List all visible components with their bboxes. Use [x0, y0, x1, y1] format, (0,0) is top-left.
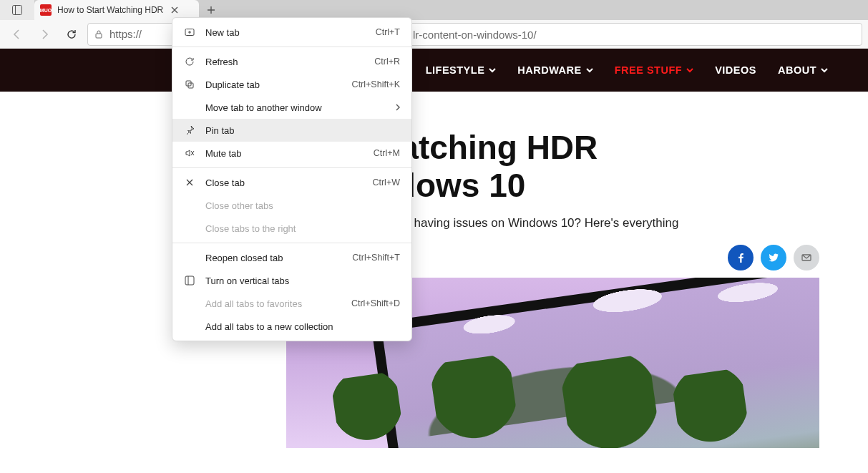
close-icon — [171, 6, 178, 14]
url-protocol: https:// — [109, 28, 142, 40]
ctx-mute-tab[interactable]: Mute tab Ctrl+M — [172, 142, 411, 165]
ctx-close-tabs-right: Close tabs to the right — [172, 217, 411, 240]
new-tab-icon — [185, 27, 195, 37]
refresh-icon — [66, 29, 77, 40]
ctx-duplicate[interactable]: Duplicate tab Ctrl+Shift+K — [172, 73, 411, 96]
ctx-shortcut: Ctrl+T — [376, 27, 400, 37]
svg-rect-0 — [13, 6, 22, 15]
article-body: Start Watching HDR on Windows 10 vies an… — [0, 92, 868, 448]
ctx-separator — [172, 167, 411, 168]
share-email-button[interactable] — [794, 245, 819, 270]
nav-item-lifestyle[interactable]: LIFESTYLE — [426, 64, 497, 76]
pin-icon — [185, 125, 195, 135]
share-twitter-button[interactable] — [761, 245, 786, 270]
nav-label: HARDWARE — [517, 64, 581, 76]
ctx-vertical-tabs[interactable]: Turn on vertical tabs — [172, 269, 411, 292]
back-button[interactable] — [6, 23, 29, 46]
tab-close-button[interactable] — [169, 4, 180, 16]
ctx-label: New tab — [205, 27, 366, 38]
duplicate-icon — [185, 79, 195, 89]
ctx-label: Turn on vertical tabs — [205, 275, 400, 286]
plus-icon — [207, 6, 215, 14]
nav-item-hardware[interactable]: HARDWARE — [517, 64, 593, 76]
nav-item-videos[interactable]: VIDEOS — [715, 64, 756, 76]
nav-label: FREE STUFF — [615, 64, 682, 76]
ctx-refresh[interactable]: Refresh Ctrl+R — [172, 50, 411, 73]
ctx-pin-tab[interactable]: Pin tab — [172, 119, 411, 142]
lock-icon — [94, 29, 104, 39]
ctx-separator — [172, 47, 411, 47]
ctx-reopen-closed-tab[interactable]: Reopen closed tab Ctrl+Shift+T — [172, 246, 411, 269]
refresh-button[interactable] — [60, 23, 83, 46]
ctx-label: Close other tabs — [205, 200, 400, 211]
arrow-left-icon — [11, 29, 23, 40]
vertical-tabs-icon — [185, 275, 195, 286]
ctx-close-tab[interactable]: Close tab Ctrl+W — [172, 171, 411, 194]
chevron-down-icon — [686, 67, 693, 74]
ctx-label: Mute tab — [205, 148, 364, 159]
ctx-add-all-collection[interactable]: Add all tabs to a new collection — [172, 315, 411, 338]
ctx-label: Add all tabs to a new collection — [205, 321, 400, 332]
nav-item-about[interactable]: ABOUT — [778, 64, 828, 76]
ctx-shortcut: Ctrl+R — [374, 57, 400, 67]
nav-label: VIDEOS — [715, 64, 756, 76]
ctx-move-to-window[interactable]: Move tab to another window — [172, 96, 411, 119]
share-facebook-button[interactable] — [728, 245, 754, 270]
email-icon — [801, 253, 811, 263]
forward-button[interactable] — [33, 23, 56, 46]
refresh-icon — [185, 57, 195, 67]
chevron-down-icon — [821, 67, 828, 74]
ctx-shortcut: Ctrl+Shift+D — [351, 298, 400, 308]
chevron-down-icon — [489, 67, 496, 74]
vertical-tabs-button[interactable] — [0, 0, 34, 20]
chevron-right-icon — [394, 104, 401, 111]
ctx-label: Move tab to another window — [205, 102, 400, 113]
nav-item-free-stuff[interactable]: FREE STUFF — [615, 64, 693, 76]
svg-rect-7 — [185, 276, 194, 285]
close-icon — [185, 178, 194, 187]
ctx-label: Close tab — [205, 177, 362, 188]
ctx-label: Pin tab — [205, 125, 400, 136]
tab-title: How to Start Watching HDR Con — [57, 5, 163, 15]
chevron-down-icon — [586, 67, 593, 74]
browser-toolbar: https:// lr-content-on-windows-10/ — [0, 20, 868, 49]
url-path-visible: lr-content-on-windows-10/ — [413, 29, 537, 41]
ctx-shortcut: Ctrl+M — [374, 148, 400, 158]
ctx-shortcut: Ctrl+Shift+T — [352, 253, 400, 263]
ctx-label: Add all tabs to favorites — [205, 298, 341, 309]
twitter-icon — [769, 253, 779, 263]
tab-favicon-icon: MUO — [40, 4, 52, 16]
ctx-close-other-tabs: Close other tabs — [172, 194, 411, 217]
nav-label: LIFESTYLE — [426, 64, 485, 76]
ctx-separator — [172, 243, 411, 243]
ctx-new-tab[interactable]: New tab Ctrl+T — [172, 21, 411, 44]
nav-label: ABOUT — [778, 64, 816, 76]
ctx-label: Refresh — [205, 57, 364, 67]
vertical-tabs-icon — [12, 5, 22, 15]
site-header-nav: MOBILE LIFESTYLE HARDWARE FREE STUFF VID… — [0, 49, 868, 92]
ctx-shortcut: Ctrl+W — [372, 177, 400, 187]
ctx-add-all-favorites: Add all tabs to favorites Ctrl+Shift+D — [172, 292, 411, 315]
tab-strip: MUO How to Start Watching HDR Con — [0, 0, 868, 20]
ctx-shortcut: Ctrl+Shift+K — [352, 79, 400, 89]
tab-context-menu: New tab Ctrl+T Refresh Ctrl+R Duplicate … — [172, 17, 412, 341]
facebook-icon — [736, 253, 746, 263]
arrow-right-icon — [39, 29, 50, 40]
ctx-label: Reopen closed tab — [205, 253, 342, 263]
ctx-label: Duplicate tab — [205, 79, 342, 90]
ctx-label: Close tabs to the right — [205, 223, 400, 234]
mute-icon — [185, 148, 195, 158]
svg-rect-2 — [96, 34, 102, 38]
